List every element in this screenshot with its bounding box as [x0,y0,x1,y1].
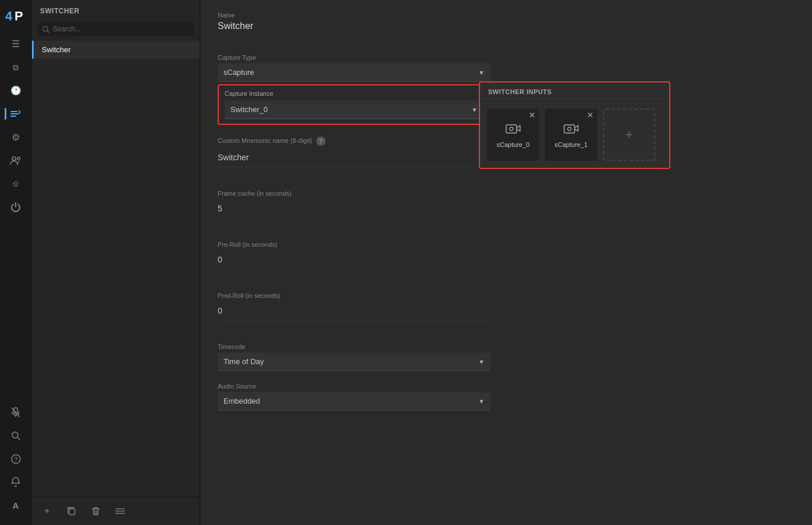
switcher-nav-icon[interactable] [5,103,27,124]
sidebar-search-icon [42,26,49,33]
input-card-0: ✕ sCapture_0 [487,109,539,161]
post-roll-label: Post-Roll (in seconds) [218,292,705,299]
audio-source-select[interactable]: Embedded AES Analog [218,392,490,411]
capture-type-select-wrapper: sCapture NDI Blackmagic AJA ▼ [218,63,490,82]
dashboard-icon[interactable]: ⧉ [5,57,27,78]
schedule-icon[interactable]: 🕐 [5,80,27,101]
switcher-inputs-body: ✕ sCapture_0 ✕ [480,102,669,168]
help-icon[interactable]: ? [5,448,27,469]
input-1-label: sCapture_1 [555,141,588,148]
svg-rect-19 [564,125,575,133]
svg-point-2 [12,157,16,160]
post-roll-value: 0 [218,301,490,321]
remove-input-0-button[interactable]: ✕ [529,111,536,119]
capture-instance-wrapper: Capture Instance Switcher_0 Switcher_1 S… [218,84,490,125]
mic-off-icon[interactable] [5,402,27,423]
audio-source-select-wrapper: Embedded AES Analog ▼ [218,392,490,411]
sidebar: SWITCHER Switcher + [32,0,200,525]
sidebar-item-label: Switcher [42,45,71,54]
name-value: Switcher [218,21,705,31]
capture-type-select[interactable]: sCapture NDI Blackmagic AJA [218,63,490,82]
menu-button[interactable] [112,503,128,519]
sidebar-item-switcher[interactable]: Switcher [32,41,200,59]
name-label: Name [218,12,705,19]
settings-gear-icon[interactable]: ⚙ [5,127,27,148]
svg-line-8 [17,437,20,440]
sidebar-search-input[interactable] [53,25,189,33]
input-0-label: sCapture_0 [497,141,530,148]
remove-input-1-button[interactable]: ✕ [587,111,594,119]
input-card-1: ✕ sCapture_1 [545,109,597,161]
user-avatar-icon[interactable]: A [5,495,27,516]
delete-button[interactable] [88,503,104,519]
timecode-label: Timecode [218,343,705,350]
audio-source-label: Audio Source [218,383,705,390]
switcher-inputs-panel: SWITCHER INPUTS ✕ sCapture_0 ✕ [479,81,670,169]
svg-rect-13 [69,509,75,515]
svg-text:?: ? [14,456,17,463]
capture-instance-label: Capture Instance [225,90,483,97]
divider-2 [218,178,705,178]
svg-point-18 [510,127,513,131]
divider-4 [218,280,705,281]
capture-instance-select-container: Switcher_0 Switcher_1 Switcher_2 ▼ [225,100,483,119]
svg-text:4: 4 [5,9,13,23]
camera-1-icon [564,121,579,138]
custom-mnemonic-value: Switcher [218,148,490,167]
divider-3 [218,229,705,229]
add-input-icon: + [626,128,633,141]
svg-point-3 [17,157,20,160]
pre-roll-label: Pre-Roll (in seconds) [218,241,705,248]
main-content: Name Switcher Capture Type sCapture NDI … [200,0,812,525]
svg-text:P: P [15,9,23,23]
hamburger-menu-icon[interactable]: ☰ [5,34,27,55]
switcher-inputs-title: SWITCHER INPUTS [480,82,669,102]
app-logo: 4 P [5,5,27,27]
duplicate-button[interactable] [63,503,80,519]
camera-0-icon [506,121,521,138]
add-button[interactable]: + [39,503,55,519]
add-input-button[interactable]: + [603,109,655,161]
pre-roll-value: 0 [218,250,490,269]
sidebar-footer: + [32,497,200,525]
svg-point-20 [568,127,571,131]
users-icon[interactable] [5,150,27,171]
power-icon[interactable] [5,196,27,217]
timecode-select-wrapper: Time of Day Free Run Record Run ▼ [218,353,490,371]
capture-instance-select[interactable]: Switcher_0 Switcher_1 Switcher_2 [225,100,483,119]
divider-1 [218,42,705,42]
timecode-select[interactable]: Time of Day Free Run Record Run [218,353,490,371]
capture-type-label: Capture Type [218,54,705,61]
main-inner: Name Switcher Capture Type sCapture NDI … [200,0,723,434]
divider-5 [218,331,705,332]
mnemonic-help-icon[interactable]: ? [316,136,326,146]
sidebar-title: SWITCHER [32,0,200,20]
icon-bar: 4 P ☰ ⧉ 🕐 ⚙ ⛭ [0,0,32,525]
search-icon[interactable] [5,425,27,446]
svg-rect-17 [506,125,517,133]
bell-icon[interactable] [5,472,27,492]
sidebar-search-container [38,22,194,36]
frame-cache-label: Frame cache (in seconds) [218,190,705,197]
frame-cache-value: 5 [218,199,490,218]
config-icon[interactable]: ⛭ [5,173,27,194]
svg-line-12 [47,30,49,32]
